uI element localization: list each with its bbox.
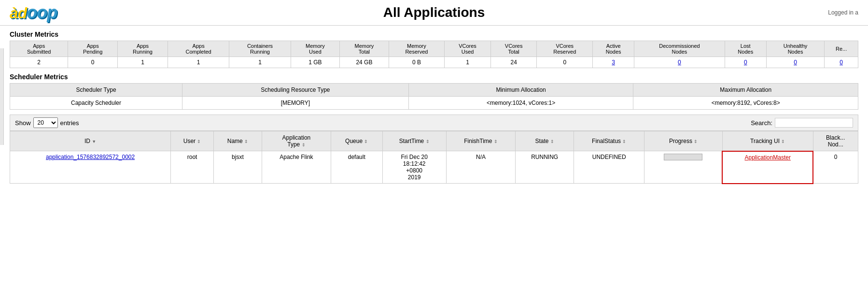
val-minimum-allocation: <memory:1024, vCores:1> — [408, 97, 633, 110]
app-finalstatus-cell: UNDEFINED — [574, 151, 644, 184]
id-sort-icon: ▼ — [92, 139, 96, 144]
col-apps-completed: AppsCompleted — [168, 41, 229, 57]
col-progress: Progress ⇕ — [644, 131, 722, 151]
name-sort-icon: ⇕ — [244, 139, 248, 144]
col-maximum-allocation: Maximum Allocation — [633, 84, 858, 97]
table-row: application_1576832892572_0002 root bjsx… — [10, 151, 858, 184]
tracking-ui-link[interactable]: ApplicationMaster — [745, 154, 791, 161]
logo: àdoop — [10, 2, 57, 23]
col-queue: Queue ⇕ — [331, 131, 382, 151]
entries-label: entries — [60, 119, 79, 127]
col-memory-total: MemoryTotal — [340, 41, 389, 57]
app-id-link[interactable]: application_1576832892572_0002 — [46, 154, 135, 160]
search-label: Search: — [751, 119, 772, 127]
val-lost-nodes[interactable]: 0 — [725, 57, 766, 68]
main-content: Cluster Metrics AppsSubmitted AppsPendin… — [0, 26, 868, 189]
col-vcores-total: VCoresTotal — [490, 41, 537, 57]
col-scheduler-type: Scheduler Type — [10, 84, 182, 97]
app-starttime-cell: Fri Dec 2018:12:42+08002019 — [382, 151, 446, 184]
col-vcores-used: VCoresUsed — [445, 41, 491, 57]
val-containers-running: 1 — [229, 57, 291, 68]
progress-sort-icon: ⇕ — [694, 139, 698, 144]
val-apps-pending: 0 — [68, 57, 118, 68]
val-apps-completed: 1 — [168, 57, 229, 68]
page-header: àdoop All Applications Logged in a — [0, 0, 868, 26]
col-vcores-reserved: VCoresReserved — [537, 41, 593, 57]
val-apps-submitted: 2 — [10, 57, 68, 68]
val-scheduling-resource-type: [MEMORY] — [182, 97, 409, 110]
val-re-nodes[interactable]: 0 — [825, 57, 858, 68]
state-sort-icon: ⇕ — [550, 139, 554, 144]
logged-in-text: Logged in a — [828, 9, 858, 16]
cluster-metrics-table: AppsSubmitted AppsPending AppsRunning Ap… — [10, 41, 858, 68]
sidebar-indicator — [0, 48, 4, 145]
scheduler-metrics-table: Scheduler Type Scheduling Resource Type … — [10, 83, 858, 110]
cluster-metrics-row: 2 0 1 1 1 1 GB 24 GB 0 B 1 24 0 3 0 0 0 … — [10, 57, 858, 68]
progress-bar — [664, 154, 702, 160]
app-blacklisted-cell: 0 — [813, 151, 858, 184]
col-blacklisted-nodes: Black...Nod... — [813, 131, 858, 151]
finalstatus-sort-icon: ⇕ — [622, 139, 626, 144]
col-start-time: StartTime ⇕ — [382, 131, 446, 151]
search-box: Search: — [751, 118, 853, 128]
val-memory-reserved: 0 B — [389, 57, 445, 68]
col-minimum-allocation: Minimum Allocation — [408, 84, 633, 97]
app-user-cell: root — [171, 151, 214, 184]
val-vcores-total: 24 — [490, 57, 537, 68]
col-lost-nodes: LostNodes — [725, 41, 766, 57]
search-input[interactable] — [775, 118, 853, 128]
val-unhealthy-nodes[interactable]: 0 — [766, 57, 824, 68]
col-final-status: FinalStatus ⇕ — [574, 131, 644, 151]
col-decommissioned-nodes: DecommissionedNodes — [634, 41, 725, 57]
col-memory-used: MemoryUsed — [291, 41, 339, 57]
col-state: State ⇕ — [516, 131, 574, 151]
show-label: Show — [15, 119, 31, 127]
entries-select[interactable]: 20 50 100 — [33, 117, 58, 128]
col-finish-time: FinishTime ⇕ — [446, 131, 515, 151]
app-type-cell: Apache Flink — [262, 151, 331, 184]
applications-table: ID ▼ User ⇕ Name ⇕ ApplicationType ⇕ Que… — [10, 131, 858, 184]
val-vcores-used: 1 — [445, 57, 491, 68]
apptype-sort-icon: ⇕ — [302, 143, 306, 147]
app-tracking-ui-cell[interactable]: ApplicationMaster — [722, 151, 813, 184]
trackingui-sort-icon: ⇕ — [781, 139, 785, 144]
col-re-nodes: Re... — [825, 41, 858, 57]
starttime-sort-icon: ⇕ — [426, 139, 430, 144]
col-user: User ⇕ — [171, 131, 214, 151]
app-state-cell: RUNNING — [516, 151, 574, 184]
val-memory-total: 24 GB — [340, 57, 389, 68]
val-maximum-allocation: <memory:8192, vCores:8> — [633, 97, 858, 110]
col-name: Name ⇕ — [214, 131, 262, 151]
app-finishtime-cell: N/A — [446, 151, 515, 184]
col-containers-running: ContainersRunning — [229, 41, 291, 57]
page-title: All Applications — [383, 5, 485, 20]
val-decommissioned-nodes[interactable]: 0 — [634, 57, 725, 68]
col-tracking-ui: Tracking UI ⇕ — [722, 131, 813, 151]
col-apps-running: AppsRunning — [118, 41, 168, 57]
app-id-cell[interactable]: application_1576832892572_0002 — [10, 151, 171, 184]
queue-sort-icon: ⇕ — [364, 139, 368, 144]
cluster-metrics-title: Cluster Metrics — [10, 30, 858, 38]
finishtime-sort-icon: ⇕ — [494, 139, 498, 144]
show-entries: Show 20 50 100 entries — [15, 117, 79, 128]
col-unhealthy-nodes: UnhealthyNodes — [766, 41, 824, 57]
col-active-nodes: ActiveNodes — [593, 41, 634, 57]
scheduler-metrics-title: Scheduler Metrics — [10, 73, 858, 81]
col-id: ID ▼ — [10, 131, 171, 151]
user-sort-icon: ⇕ — [197, 139, 201, 144]
scheduler-metrics-row: Capacity Scheduler [MEMORY] <memory:1024… — [10, 97, 858, 110]
val-apps-running: 1 — [118, 57, 168, 68]
col-memory-reserved: MemoryReserved — [389, 41, 445, 57]
val-memory-used: 1 GB — [291, 57, 339, 68]
app-progress-cell — [644, 151, 722, 184]
app-name-cell: bjsxt — [214, 151, 262, 184]
col-application-type: ApplicationType ⇕ — [262, 131, 331, 151]
table-controls: Show 20 50 100 entries Search: — [10, 115, 858, 131]
val-vcores-reserved: 0 — [537, 57, 593, 68]
col-apps-submitted: AppsSubmitted — [10, 41, 68, 57]
col-apps-pending: AppsPending — [68, 41, 118, 57]
col-scheduling-resource-type: Scheduling Resource Type — [182, 84, 409, 97]
val-active-nodes[interactable]: 3 — [593, 57, 634, 68]
app-queue-cell: default — [331, 151, 382, 184]
val-scheduler-type: Capacity Scheduler — [10, 97, 182, 110]
